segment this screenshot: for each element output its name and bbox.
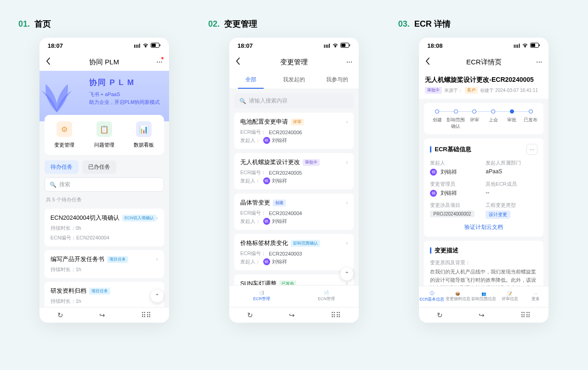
status-tag: 审批中 [425, 87, 442, 94]
share-icon[interactable]: ↪ [99, 311, 105, 319]
back-button[interactable] [46, 57, 55, 67]
battery-icon [530, 42, 540, 49]
info-field: 发起人所属部门aPaaS [486, 159, 537, 176]
back-button[interactable] [236, 57, 245, 67]
task-tag: ECN切入项确认 [122, 215, 156, 222]
ecr-card[interactable]: 晶体管变更创建ECR编号：ECR20240004发起人：锦刘锦祥› [234, 194, 354, 230]
more-button[interactable]: ··· [156, 58, 162, 66]
tab-icon: ··· [534, 291, 537, 296]
ecr-card[interactable]: 电池配置变更申请评审ECR编号：ECR20240006发起人：锦刘锦祥› [234, 113, 354, 149]
task-tab[interactable]: 待办任务 [45, 160, 79, 174]
bottom-tab[interactable]: 📑ECR管理 [229, 285, 294, 307]
avatar: 锦 [430, 190, 437, 197]
filter-tab[interactable]: 全部 [229, 71, 272, 89]
status-tag: 审批中 [303, 159, 320, 166]
scroll-top-button[interactable]: ⌃ [340, 268, 353, 280]
task-card[interactable]: 研发资料归档项目任务持续时长：1h› [45, 282, 164, 307]
task-tabs: 待办任务已办任务 [40, 155, 169, 177]
svg-rect-8 [539, 44, 540, 46]
avatar: 锦 [263, 137, 270, 144]
chevron-right-icon: › [346, 119, 348, 125]
tab-icon: 📦 [455, 291, 460, 296]
refresh-icon[interactable]: ↻ [437, 311, 443, 319]
status-tag: 已发布 [279, 280, 296, 285]
detail-tab[interactable]: 📝评审信息 [497, 286, 523, 307]
share-icon[interactable]: ↪ [289, 311, 295, 319]
detail-tab[interactable]: 📦变更物料信息 [445, 286, 471, 307]
phone-screen-list: 18:07ıııl变更管理···全部我发起的我参与的🔍请输入搜索内容电池配置变更… [229, 38, 359, 323]
card-title: 电池配置变更申请 [240, 118, 288, 126]
time: 18:07 [48, 42, 63, 49]
system-toolbar: ↻↪⠿⠿ [229, 307, 359, 323]
bottom-tabs: 📑ECR管理📄ECN管理 [229, 285, 359, 307]
refresh-icon[interactable]: ↻ [57, 311, 63, 319]
share-icon[interactable]: ↪ [479, 311, 485, 319]
filter-tab[interactable]: 我参与的 [316, 71, 359, 89]
info-field: 变更管理员锦刘锦祥 [430, 181, 482, 197]
task-card[interactable]: 编写产品开发任务书项目任务持续时长：1h› [45, 250, 164, 278]
task-title-row: ECN20240004切入项确认ECN切入项确认 [51, 214, 158, 222]
quick-action-icon: 📊 [136, 121, 152, 137]
quick-action[interactable]: ⚙变更管理 [45, 121, 85, 148]
ecr-card[interactable]: 无人机螺旋桨设计更改审批中ECR编号：ECR20240005发起人：锦刘锦祥› [234, 153, 354, 189]
tab-label: 评审信息 [502, 296, 518, 302]
back-button[interactable] [425, 57, 435, 67]
banner-sub2: 助力企业，开启PLM协同新模式 [89, 98, 161, 106]
search-input[interactable]: 🔍请输入搜索内容 [234, 93, 354, 108]
svg-rect-4 [341, 44, 345, 47]
refresh-icon[interactable]: ↻ [247, 311, 253, 319]
card-row: ECR编号：ECR20240003 [240, 250, 348, 257]
wifi-icon [522, 42, 528, 49]
status-tag: 影响范围确认 [291, 240, 320, 247]
detail-title: 无人机螺旋桨设计更改-ECR20240005 [425, 76, 543, 84]
battery-icon [340, 42, 351, 49]
search-placeholder: 搜索 [59, 181, 70, 188]
chevron-right-icon: › [346, 159, 348, 165]
bottom-tab[interactable]: 📄ECN管理 [294, 285, 359, 307]
created-at: 创建于 2024-03-07 16:41:11 [480, 87, 538, 94]
more-button[interactable]: ··· [536, 58, 542, 66]
quick-action-label: 问题管理 [94, 142, 114, 148]
detail-tab[interactable]: ⓘECR基本信息 [419, 286, 445, 307]
info-field: 工程变更类型设计变更 [486, 202, 537, 219]
field-value: 设计变更 [486, 211, 537, 219]
tab-icon: 📄 [324, 290, 329, 295]
tab-label: 更多 [531, 296, 540, 302]
stage: 上会 [484, 109, 503, 130]
tab-icon: ⓘ [430, 291, 434, 296]
scroll-top-button[interactable]: ⌃ [151, 290, 164, 302]
detail-tab[interactable]: ···更多 [523, 286, 548, 307]
signal-icon: ıııl [514, 42, 520, 49]
content: 协同 P L M飞书 + aPaaS助力企业，开启PLM协同新模式⚙变更管理📋问… [40, 71, 169, 307]
grid-icon[interactable]: ⠿⠿ [331, 311, 341, 319]
search-input[interactable]: 🔍搜索 [45, 177, 164, 192]
more-button[interactable]: ··· [346, 58, 352, 66]
status-indicators: ıııl [514, 42, 540, 49]
task-title: 研发资料归档 [51, 287, 86, 295]
tab-label: ECN管理 [318, 296, 335, 302]
task-tab[interactable]: 已办任务 [82, 160, 116, 174]
avatar: 锦 [263, 218, 270, 225]
filter-tab[interactable]: 我发起的 [272, 71, 316, 89]
field-value: PROJ2024000002 [430, 211, 482, 217]
doc-link[interactable]: 验证计划云文档 [430, 219, 537, 231]
quick-action[interactable]: 📊数据看板 [124, 121, 164, 148]
chevron-right-icon: › [346, 240, 348, 246]
wifi-icon [332, 42, 339, 49]
ecr-card[interactable]: SUN车灯调整已发布ECR编号：ECR20240002发起人：锦刘锦祥› [234, 274, 354, 285]
task-card[interactable]: ECN20240004切入项确认ECN切入项确认持续时长：0hECN编号：ECN… [45, 209, 164, 246]
grid-icon[interactable]: ⠿⠿ [520, 311, 531, 319]
notification-dot [161, 57, 164, 59]
column-title: 03.ECR 详情 [398, 18, 570, 29]
grid-icon[interactable]: ⠿⠿ [141, 311, 151, 319]
svg-rect-2 [159, 44, 160, 46]
phone-screen-home: 18:07ıııl协同 PLM···协同 P L M飞书 + aPaaS助力企业… [40, 38, 169, 323]
quick-action[interactable]: 📋问题管理 [84, 121, 124, 148]
detail-tab[interactable]: 👥影响范围信息 [471, 286, 497, 307]
ecr-card[interactable]: 价格标签材质变化影响范围确认ECR编号：ECR20240003发起人：锦刘锦祥› [234, 234, 354, 270]
ecr-info-section: ECR基础信息···发起人锦刘锦祥发起人所属部门aPaaS变更管理员锦刘锦祥其他… [424, 138, 543, 237]
chevron-right-icon: › [346, 199, 348, 206]
banner-title: 协同 P L M [89, 77, 161, 88]
detail-tabs: ⓘECR基本信息📦变更物料信息👥影响范围信息📝评审信息···更多 [419, 286, 548, 307]
section-more-button[interactable]: ··· [526, 144, 537, 155]
